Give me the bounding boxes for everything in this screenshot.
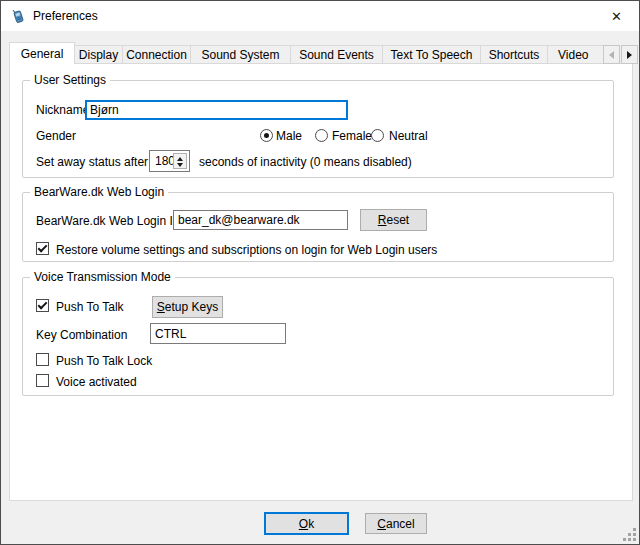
push-to-talk-lock-checkbox[interactable]	[36, 353, 49, 366]
tab-text-to-speech[interactable]: Text To Speech	[382, 45, 481, 63]
gender-radio-neutral[interactable]	[371, 129, 384, 142]
ok-button[interactable]: Ok	[264, 512, 349, 535]
web-login-id-label: BearWare.dk Web Login ID	[36, 214, 181, 228]
spin-down-icon[interactable]	[177, 163, 183, 167]
gender-neutral-label[interactable]: Neutral	[389, 129, 428, 143]
spin-up-icon[interactable]	[177, 157, 183, 161]
cancel-button[interactable]: Cancel	[365, 513, 427, 534]
close-icon: ✕	[611, 9, 622, 24]
user-settings-group: User Settings Nickname Gender Male Femal…	[22, 80, 614, 178]
restore-volume-label[interactable]: Restore volume settings and subscription…	[56, 243, 437, 257]
close-button[interactable]: ✕	[594, 1, 639, 31]
tab-shortcuts[interactable]: Shortcuts	[480, 45, 548, 63]
user-settings-group-title: User Settings	[30, 73, 110, 87]
push-to-talk-lock-label[interactable]: Push To Talk Lock	[56, 354, 152, 368]
voice-transmission-group-title: Voice Transmission Mode	[30, 270, 175, 284]
tab-sound-events[interactable]: Sound Events	[290, 45, 383, 63]
push-to-talk-checkbox[interactable]	[36, 299, 49, 312]
restore-volume-checkbox[interactable]	[36, 242, 49, 255]
reset-button[interactable]: Reset	[360, 209, 427, 231]
window-title: Preferences	[33, 9, 98, 23]
tab-scroll-left-button	[603, 45, 620, 64]
app-icon	[10, 8, 26, 24]
web-login-group-title: BearWare.dk Web Login	[30, 185, 168, 199]
tab-video[interactable]: Video	[547, 45, 604, 63]
voice-activated-label[interactable]: Voice activated	[56, 375, 137, 389]
away-status-suffix-label: seconds of inactivity (0 means disabled)	[199, 155, 412, 169]
tab-scroll-left-icon	[609, 51, 614, 59]
voice-activated-checkbox[interactable]	[36, 374, 49, 387]
tab-scroll-right-button[interactable]	[621, 45, 638, 64]
key-combination-label: Key Combination	[36, 328, 127, 342]
spinner-buttons[interactable]	[173, 153, 187, 169]
gender-radio-male[interactable]	[260, 129, 273, 142]
titlebar: Preferences ✕	[1, 1, 639, 31]
resize-grip[interactable]	[622, 527, 636, 541]
gender-radio-female[interactable]	[315, 129, 328, 142]
nickname-input[interactable]	[85, 100, 348, 120]
voice-transmission-group: Voice Transmission Mode Push To Talk Set…	[22, 277, 614, 396]
tab-scroll-right-icon	[627, 51, 632, 59]
tab-connection[interactable]: Connection	[122, 45, 191, 63]
tab-sound-system[interactable]: Sound System	[190, 45, 291, 63]
away-status-prefix-label: Set away status after	[36, 155, 148, 169]
setup-keys-button[interactable]: Setup Keys	[152, 296, 223, 318]
general-tab-page: User Settings Nickname Gender Male Femal…	[9, 63, 633, 501]
push-to-talk-label[interactable]: Push To Talk	[56, 300, 124, 314]
tab-display[interactable]: Display	[74, 45, 123, 63]
gender-label: Gender	[36, 129, 76, 143]
key-combination-input[interactable]	[150, 323, 286, 344]
away-seconds-spinner[interactable]: 180	[149, 150, 190, 172]
gender-female-label[interactable]: Female	[332, 129, 372, 143]
web-login-group: BearWare.dk Web Login BearWare.dk Web Lo…	[22, 192, 614, 262]
tab-general[interactable]: General	[9, 42, 75, 64]
gender-male-label[interactable]: Male	[276, 129, 302, 143]
preferences-dialog: Preferences ✕ General Display Connection…	[0, 0, 640, 545]
web-login-id-input[interactable]	[173, 210, 348, 230]
nickname-label: Nickname	[36, 103, 89, 117]
